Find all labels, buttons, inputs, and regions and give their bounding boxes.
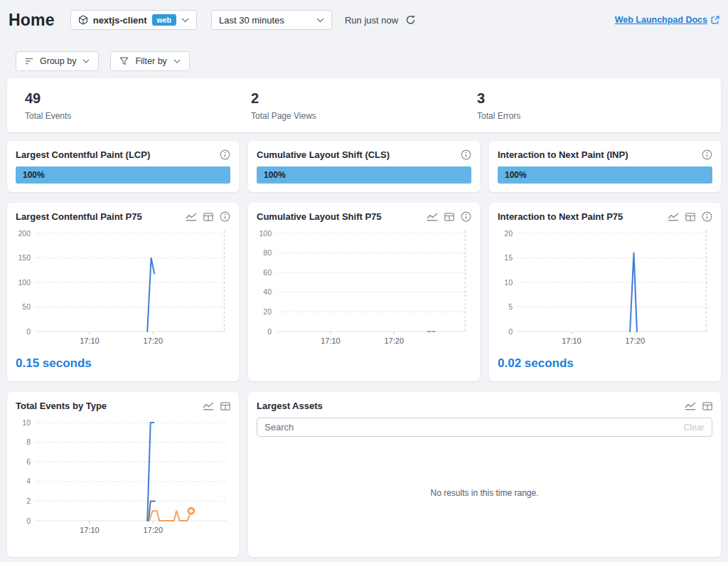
chevron-down-icon (316, 18, 324, 23)
group-by-icon (25, 57, 33, 65)
svg-text:200: 200 (18, 229, 31, 238)
svg-text:17:20: 17:20 (385, 336, 405, 345)
cls-score-bar: 100% (257, 166, 471, 184)
svg-text:17:20: 17:20 (626, 336, 646, 345)
table-icon[interactable] (220, 402, 230, 410)
filter-by-button[interactable]: Filter by (110, 51, 189, 71)
svg-text:17:10: 17:10 (80, 336, 100, 345)
svg-text:40: 40 (263, 287, 272, 296)
svg-text:50: 50 (22, 302, 31, 311)
summary-stats-card: 49 Total Events 2 Total Page Views 3 Tot… (7, 78, 721, 132)
stat-label: Total Events (25, 111, 251, 121)
time-range-selector[interactable]: Last 30 minutes (211, 10, 332, 30)
external-link-icon (711, 16, 719, 24)
inp-p75-summary: 0.02 seconds (498, 356, 712, 371)
assets-search-bar: Clear (257, 418, 712, 437)
table-icon[interactable] (203, 213, 213, 221)
svg-text:8: 8 (26, 438, 31, 446)
page-title: Home (9, 11, 55, 30)
svg-text:0: 0 (26, 327, 31, 336)
stat-label: Total Page Views (251, 111, 477, 121)
cls-p75-chart-card: Cumulative Layout Shift P75 020406080100… (248, 203, 480, 381)
run-status-text: Run just now (345, 15, 398, 26)
assets-empty-message: No results in this time range. (430, 488, 538, 498)
line-chart-icon[interactable] (685, 401, 696, 410)
docs-link[interactable]: Web Launchpad Docs (615, 15, 719, 25)
svg-text:0: 0 (267, 327, 272, 336)
assets-search-clear-button[interactable]: Clear (683, 423, 705, 433)
info-icon[interactable] (220, 211, 230, 222)
assets-search-input[interactable] (264, 422, 683, 433)
svg-text:6: 6 (26, 457, 31, 466)
svg-text:100: 100 (18, 278, 31, 287)
lcp-p75-chart-card: Largest Contentful Paint P75 05010015020… (7, 203, 239, 381)
svg-text:60: 60 (263, 268, 272, 277)
svg-text:17:20: 17:20 (144, 336, 164, 345)
line-chart-icon[interactable] (186, 212, 197, 221)
filter-by-label: Filter by (135, 56, 166, 66)
svg-text:10: 10 (504, 278, 513, 287)
stat-value: 49 (25, 90, 251, 107)
svg-text:17:10: 17:10 (321, 336, 341, 345)
lcp-score-bar-fill: 100% (16, 166, 230, 184)
docs-link-text: Web Launchpad Docs (615, 15, 707, 25)
card-title: Largest Contentful Paint P75 (16, 211, 142, 222)
svg-text:150: 150 (18, 253, 31, 262)
bottom-row: Total Events by Type 024681017:1017:20 L… (7, 392, 721, 557)
refresh-icon[interactable] (405, 15, 416, 26)
svg-text:0: 0 (26, 516, 31, 525)
events-by-type-card: Total Events by Type 024681017:1017:20 (7, 392, 239, 557)
lcp-p75-chart: 05010015020017:1017:20 (16, 225, 230, 353)
card-title: Interaction to Next Paint (INP) (498, 149, 628, 160)
table-icon[interactable] (702, 402, 712, 410)
svg-text:20: 20 (504, 229, 513, 238)
package-icon (78, 15, 88, 25)
card-title: Interaction to Next Paint P75 (498, 211, 623, 222)
info-icon[interactable] (702, 149, 712, 160)
lcp-score-label: 100% (16, 170, 45, 180)
entity-type-badge: web (152, 14, 176, 26)
svg-text:20: 20 (263, 307, 272, 316)
svg-text:17:10: 17:10 (562, 336, 582, 345)
cls-score-bar-fill: 100% (257, 166, 471, 184)
line-chart-icon[interactable] (668, 212, 679, 221)
inp-vital-card: Interaction to Next Paint (INP) 100% (489, 141, 721, 192)
info-icon[interactable] (220, 149, 230, 160)
table-icon[interactable] (444, 213, 454, 221)
card-title: Cumulative Layout Shift (CLS) (257, 149, 390, 160)
cls-score-label: 100% (257, 170, 286, 180)
line-chart-icon[interactable] (427, 212, 438, 221)
card-title: Largest Contentful Paint (LCP) (16, 149, 150, 160)
line-chart-icon[interactable] (203, 401, 214, 410)
stat-value: 3 (477, 90, 703, 107)
chevron-down-icon (173, 59, 181, 63)
stat-total-page-views: 2 Total Page Views (251, 90, 477, 121)
info-icon[interactable] (461, 149, 471, 160)
svg-text:5: 5 (508, 302, 513, 311)
svg-text:0: 0 (508, 327, 513, 336)
card-title: Total Events by Type (16, 401, 107, 411)
cls-p75-summary (257, 356, 471, 371)
chevron-down-icon (181, 18, 189, 23)
entity-name: nextjs-client (93, 15, 147, 26)
svg-text:4: 4 (26, 477, 31, 485)
info-icon[interactable] (702, 211, 712, 222)
cls-p75-chart: 02040608010017:1017:20 (257, 225, 471, 353)
lcp-score-bar: 100% (16, 166, 230, 184)
time-range-value: Last 30 minutes (219, 15, 284, 26)
svg-text:15: 15 (504, 253, 513, 262)
inp-score-bar: 100% (498, 166, 712, 184)
stat-label: Total Errors (477, 111, 703, 121)
chevron-down-icon (82, 59, 90, 63)
group-by-button[interactable]: Group by (16, 51, 99, 71)
lcp-vital-card: Largest Contentful Paint (LCP) 100% (7, 141, 239, 192)
table-icon[interactable] (685, 213, 695, 221)
group-by-label: Group by (40, 56, 76, 66)
stat-total-errors: 3 Total Errors (477, 90, 703, 121)
inp-score-label: 100% (498, 170, 527, 180)
inp-p75-chart-card: Interaction to Next Paint P75 0510152017… (489, 203, 721, 381)
inp-p75-chart: 0510152017:1017:20 (498, 225, 712, 353)
stat-value: 2 (251, 90, 477, 107)
entity-selector[interactable]: nextjs-client web (70, 10, 197, 30)
info-icon[interactable] (461, 211, 471, 222)
